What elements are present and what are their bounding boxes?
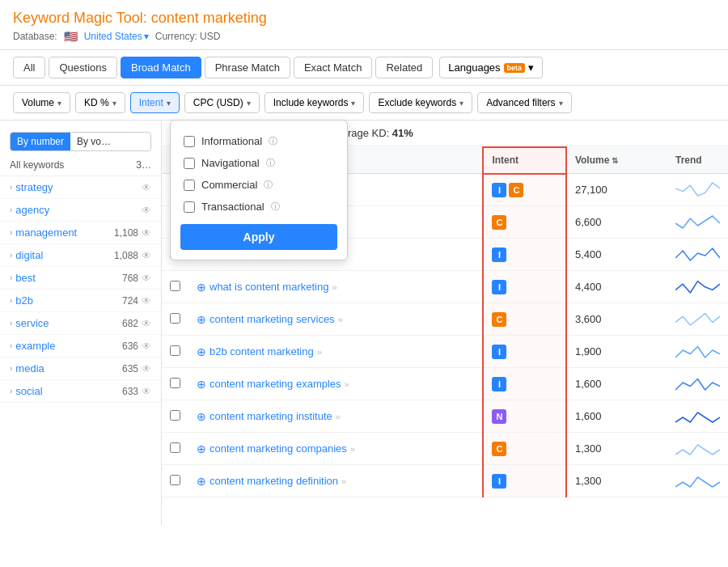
trend-column-header: Trend — [667, 147, 728, 174]
sidebar-item-b2b[interactable]: › b2b 724 👁 — [0, 290, 161, 312]
tab-all[interactable]: All — [13, 57, 45, 78]
info-icon: ⓘ — [266, 157, 275, 169]
trend-cell — [667, 368, 728, 400]
sort-arrow-icon: ⇅ — [612, 156, 618, 165]
tab-related[interactable]: Related — [375, 57, 433, 78]
cpc-filter[interactable]: CPC (USD) ▾ — [184, 92, 260, 113]
advanced-filters[interactable]: Advanced filters ▾ — [477, 92, 571, 113]
intent-cell: C — [483, 433, 565, 465]
volume-cell: 1,900 — [566, 336, 667, 368]
languages-button[interactable]: Languages beta ▾ — [439, 57, 543, 78]
sidebar-item-social[interactable]: › social 633 👁 — [0, 380, 161, 403]
intent-option-informational[interactable]: Informational ⓘ — [180, 130, 337, 152]
row-checkbox[interactable] — [170, 313, 180, 324]
database-link[interactable]: United States ▾ — [84, 31, 149, 42]
tabs-bar: All Questions Broad Match Phrase Match E… — [0, 50, 728, 86]
filters-bar: Volume ▾ KD % ▾ Intent ▾ CPC (USD) ▾ Inc… — [0, 86, 728, 121]
chevron-down-icon: ▾ — [459, 99, 463, 108]
keyword-link[interactable]: ⊕ content marketing services » — [197, 313, 474, 326]
apply-button[interactable]: Apply — [180, 224, 337, 250]
chevron-right-icon: › — [10, 205, 12, 214]
sidebar-item-media[interactable]: › media 635 👁 — [0, 358, 161, 380]
row-checkbox[interactable] — [170, 281, 180, 291]
keyword-cell: ⊕ b2b content marketing » — [188, 336, 483, 368]
volume-cell: 3,600 — [566, 303, 667, 336]
row-checkbox[interactable] — [170, 410, 180, 421]
trend-cell — [667, 303, 728, 336]
table-row: ⊕ content marketing examples » I1,600 — [162, 368, 728, 400]
chevron-down-icon: ▾ — [351, 99, 355, 108]
keyword-cell: ⊕ content marketing companies » — [188, 433, 483, 465]
sidebar-item-management[interactable]: › management 1,108 👁 — [0, 222, 161, 244]
plus-circle-icon: ⊕ — [197, 281, 206, 294]
trend-sparkline — [675, 374, 720, 391]
keyword-link[interactable]: ⊕ b2b content marketing » — [197, 345, 474, 358]
exclude-keywords-filter[interactable]: Exclude keywords ▾ — [369, 92, 472, 113]
volume-filter[interactable]: Volume ▾ — [13, 92, 70, 113]
trend-cell — [667, 400, 728, 433]
volume-cell: 6,600 — [566, 206, 667, 239]
keyword-link[interactable]: ⊕ content marketing examples » — [197, 378, 474, 391]
chevron-down-icon: ▾ — [528, 61, 534, 74]
intent-cell: I — [483, 336, 565, 368]
row-checkbox[interactable] — [170, 475, 180, 485]
sidebar-item-agency[interactable]: › agency 👁 — [0, 199, 161, 222]
intent-filter[interactable]: Intent ▾ — [130, 92, 180, 113]
keyword-link[interactable]: ⊕ what is content marketing » — [197, 281, 474, 294]
intent-cell: I — [483, 271, 565, 303]
volume-cell: 1,300 — [566, 433, 667, 465]
volume-cell: 5,400 — [566, 239, 667, 271]
sidebar-all-keywords: All keywords 3… — [0, 154, 161, 176]
intent-informational-badge: I — [492, 280, 506, 294]
sidebar-item-best[interactable]: › best 768 👁 — [0, 267, 161, 290]
intent-option-navigational[interactable]: Navigational ⓘ — [180, 152, 337, 174]
navigational-checkbox[interactable] — [184, 158, 195, 169]
intent-informational-badge: I — [492, 345, 506, 359]
sort-by-number-button[interactable]: By number — [11, 133, 70, 150]
intent-commercial-badge: C — [492, 442, 506, 456]
chevron-right-icon: › — [10, 228, 12, 237]
sidebar-item-example[interactable]: › example 636 👁 — [0, 335, 161, 358]
trend-sparkline — [675, 438, 720, 456]
table-row: ⊕ content marketing services » C3,600 — [162, 303, 728, 336]
row-checkbox[interactable] — [170, 378, 180, 388]
informational-checkbox[interactable] — [184, 136, 195, 147]
keyword-link[interactable]: ⊕ content marketing companies » — [197, 442, 474, 455]
chevron-right-icon: › — [10, 341, 12, 350]
trend-cell — [667, 206, 728, 239]
volume-cell: 4,400 — [566, 271, 667, 303]
tab-questions[interactable]: Questions — [49, 57, 117, 78]
intent-informational-badge: I — [492, 377, 506, 391]
chevron-right-icon: › — [10, 296, 12, 305]
intent-option-transactional[interactable]: Transactional ⓘ — [180, 196, 337, 218]
tab-exact-match[interactable]: Exact Match — [294, 57, 373, 78]
transactional-checkbox[interactable] — [184, 201, 195, 213]
row-checkbox[interactable] — [170, 345, 180, 356]
include-keywords-filter[interactable]: Include keywords ▾ — [265, 92, 365, 113]
keyword-link[interactable]: ⊕ content marketing definition » — [197, 475, 474, 488]
kd-filter[interactable]: KD % ▾ — [75, 92, 125, 113]
eye-icon: 👁 — [142, 250, 151, 261]
volume-cell: 1,600 — [566, 400, 667, 433]
sidebar-item-digital[interactable]: › digital 1,088 👁 — [0, 244, 161, 267]
chevron-right-icon: › — [10, 273, 12, 282]
row-checkbox[interactable] — [170, 442, 180, 453]
eye-icon: 👁 — [142, 386, 151, 397]
intent-dropdown: Informational ⓘ Navigational ⓘ Commercia… — [170, 120, 348, 260]
sidebar-item-strategy[interactable]: › strategy 👁 — [0, 176, 161, 199]
keyword-cell: ⊕ what is content marketing » — [188, 271, 483, 303]
info-icon: ⓘ — [271, 201, 280, 213]
double-chevron-icon: » — [338, 315, 343, 324]
sidebar: By number By vo… All keywords 3… › strat… — [0, 121, 162, 525]
intent-option-commercial[interactable]: Commercial ⓘ — [180, 174, 337, 196]
chevron-down-icon: ▾ — [112, 99, 116, 108]
tab-broad-match[interactable]: Broad Match — [121, 57, 201, 78]
trend-cell — [667, 336, 728, 368]
keyword-link[interactable]: ⊕ content marketing institute » — [197, 410, 474, 423]
sidebar-item-service[interactable]: › service 682 👁 — [0, 312, 161, 335]
tab-phrase-match[interactable]: Phrase Match — [205, 57, 290, 78]
double-chevron-icon: » — [350, 444, 355, 454]
commercial-checkbox[interactable] — [184, 180, 195, 191]
volume-column-header[interactable]: Volume ⇅ — [566, 147, 667, 174]
sort-by-volume-button[interactable]: By vo… — [70, 133, 117, 150]
